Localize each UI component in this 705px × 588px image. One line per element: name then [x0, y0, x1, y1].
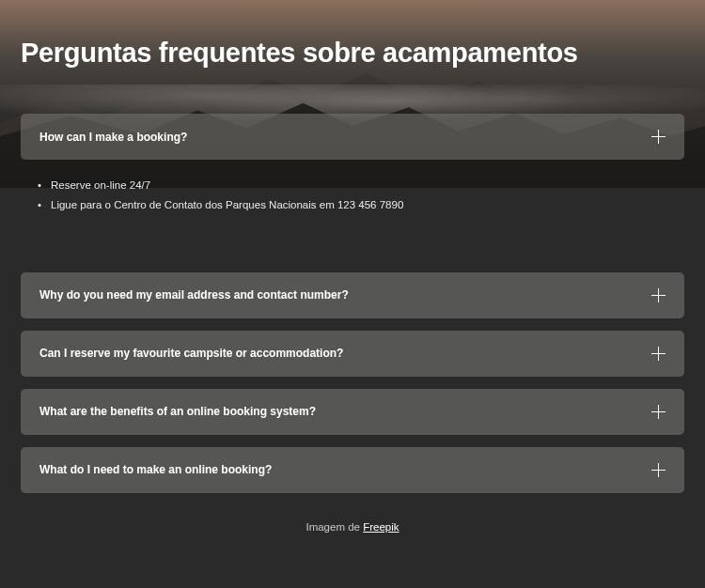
accordion-question: Why do you need my email address and con… [39, 288, 349, 302]
accordion-toggle[interactable]: What are the benefits of an online booki… [21, 389, 684, 435]
accordion-toggle[interactable]: Why do you need my email address and con… [21, 272, 684, 318]
credit-prefix: Imagem de [306, 521, 363, 533]
accordion-toggle[interactable]: Can I reserve my favourite campsite or a… [21, 331, 684, 377]
accordion-item: Why do you need my email address and con… [21, 272, 684, 318]
accordion-toggle[interactable]: What do I need to make an online booking… [21, 447, 684, 493]
answer-item: Reserve on-line 24/7 [51, 177, 675, 193]
page-title: Perguntas frequentes sobre acampamentos [21, 38, 684, 69]
plus-icon [651, 288, 666, 302]
accordion-question: What do I need to make an online booking… [39, 463, 272, 476]
accordion-item: What do I need to make an online booking… [21, 447, 684, 493]
credit-link[interactable]: Freepik [363, 521, 399, 533]
plus-icon [651, 130, 666, 144]
accordion-question: How can I make a booking? [39, 131, 187, 144]
answer-item: Ligue para o Centro de Contato dos Parqu… [51, 196, 675, 213]
accordion-item: Can I reserve my favourite campsite or a… [21, 331, 684, 377]
accordion-item: What are the benefits of an online booki… [21, 389, 684, 435]
plus-icon [651, 463, 666, 477]
accordion-item: How can I make a booking? Reserve on-lin… [21, 114, 684, 245]
accordion-toggle[interactable]: How can I make a booking? [21, 114, 684, 160]
faq-accordion: How can I make a booking? Reserve on-lin… [21, 114, 684, 493]
accordion-question: Can I reserve my favourite campsite or a… [39, 347, 343, 360]
plus-icon [651, 347, 666, 361]
image-credit: Imagem de Freepik [21, 521, 684, 533]
accordion-question: What are the benefits of an online booki… [39, 405, 316, 418]
plus-icon [651, 405, 666, 419]
main-content: Perguntas frequentes sobre acampamentos … [0, 0, 705, 533]
accordion-content: Reserve on-line 24/7 Ligue para o Centro… [21, 160, 684, 245]
